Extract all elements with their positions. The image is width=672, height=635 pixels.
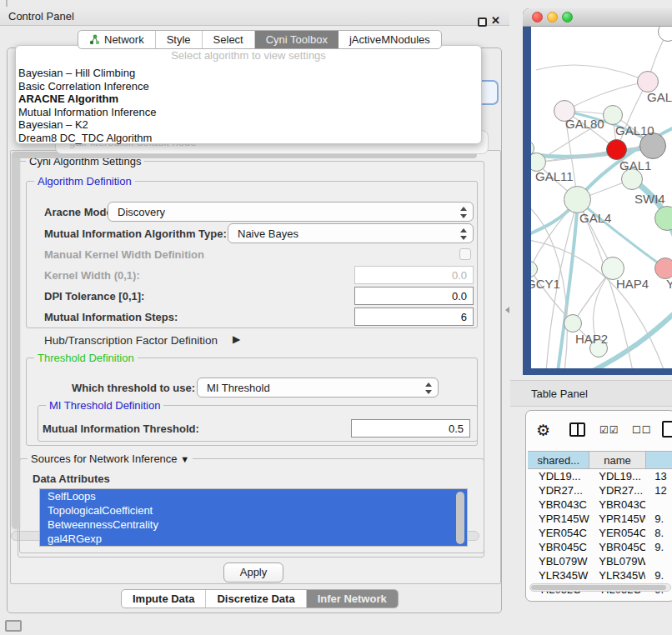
gear-icon[interactable]: ⚙	[536, 421, 550, 440]
table-row[interactable]: YDL19...YDL19...13	[528, 469, 672, 483]
dpi-tolerance-field[interactable]: 0.0	[354, 287, 474, 305]
network-window: GAL GAL80 GAL10 GAL1 GAL11 SWI4 GAL4 GCY…	[523, 8, 672, 375]
tab-infer-network[interactable]: Infer Network	[307, 590, 398, 608]
table-panel-titlebar: Table Panel	[510, 380, 672, 407]
kernel-width-field[interactable]: 0.0	[354, 266, 474, 284]
control-panel-titlebar: Control Panel ✕	[0, 7, 509, 26]
tab-network[interactable]: Network	[78, 31, 156, 48]
mi-threshold-title: MI Threshold Definition	[46, 399, 163, 412]
splitter-collapse-icon[interactable]	[505, 307, 509, 313]
sources-title[interactable]: Sources for Network Inference ▼	[28, 452, 193, 465]
stepper-icon	[459, 207, 467, 218]
dropdown-item[interactable]: Basic Correlation Inference	[18, 80, 149, 92]
node-label: HAP4	[616, 277, 649, 291]
table-row[interactable]: YDR27...YDR27...12	[528, 483, 672, 498]
table-row[interactable]: YBL079WYBL079W	[528, 554, 672, 568]
node-label: SWI4	[634, 192, 665, 206]
list-scrollbar[interactable]	[456, 492, 464, 544]
column-header[interactable]: name	[589, 452, 645, 468]
node-label: HAP2	[575, 332, 608, 346]
table-panel: ⚙ ☑☑ ☐☐ shared... name YDL19...YDL19...1…	[525, 410, 672, 602]
mi-steps-field[interactable]: 6	[354, 308, 474, 326]
close-icon[interactable]: ✕	[491, 14, 500, 27]
settings-vertical-scrollbar[interactable]	[11, 151, 21, 531]
list-item[interactable]: gal4RGexp	[40, 532, 467, 546]
deselect-all-checks-icon[interactable]: ☐☐	[632, 424, 652, 436]
table-row[interactable]: YBR045CYBR045C9.	[528, 540, 672, 554]
dpi-tolerance-label: DPI Tolerance [0,1]:	[44, 290, 144, 302]
table-row[interactable]: YLR345WYLR345W9.	[528, 568, 672, 582]
dropdown-prompt: Select algorithm to view settings	[16, 49, 481, 62]
node-table: shared... name YDL19...YDL19...13 YDR27.…	[528, 451, 672, 597]
dropdown-item-highlighted[interactable]: ARACNE Algorithm	[18, 92, 118, 105]
list-item[interactable]: BetweennessCentrality	[40, 518, 467, 532]
stepper-icon	[459, 228, 467, 240]
node-label: GAL80	[565, 117, 604, 131]
stepper-icon	[424, 382, 432, 394]
tab-select[interactable]: Select	[203, 31, 255, 48]
tab-network-label: Network	[104, 33, 144, 46]
table-toolbar: ⚙ ☑☑ ☐☐	[526, 411, 672, 449]
network-node-selected-red[interactable]	[606, 139, 627, 160]
export-table-icon[interactable]	[662, 421, 672, 438]
cyni-bottom-tabbar: Impute Data Discretize Data Infer Networ…	[121, 589, 399, 608]
window-close-button[interactable]	[532, 12, 543, 22]
network-window-titlebar[interactable]	[523, 8, 672, 27]
mi-threshold-field[interactable]: 0.5	[351, 419, 470, 438]
float-panel-icon[interactable]	[478, 18, 487, 27]
table-row[interactable]: YPR145WYPR145W9.	[528, 512, 672, 526]
network-icon	[89, 34, 100, 45]
aracne-mode-label: Aracne Mode:	[44, 206, 116, 218]
apply-button[interactable]: Apply	[223, 562, 283, 582]
network-node[interactable]	[564, 186, 591, 213]
tab-cyni-toolbox[interactable]: Cyni Toolbox	[255, 31, 339, 48]
aracne-mode-combo[interactable]: Discovery	[108, 202, 474, 222]
window-zoom-button[interactable]	[562, 12, 573, 22]
data-attributes-list: SelfLoops TopologicalCoefficient Between…	[39, 488, 468, 547]
select-all-checks-icon[interactable]: ☑☑	[599, 424, 619, 436]
node-label: Y	[666, 277, 672, 291]
network-node[interactable]	[603, 105, 623, 125]
collapse-icon: ▼	[180, 454, 189, 464]
table-row[interactable]: YBR043CYBR043C	[528, 498, 672, 512]
table-horizontal-scrollbar[interactable]	[529, 583, 671, 592]
tab-style[interactable]: Style	[156, 31, 203, 48]
dropdown-item[interactable]: Dream8 DC_TDC Algorithm	[18, 132, 152, 144]
tab-stub	[6, 0, 8, 7]
kernel-width-label: Kernel Width (0,1):	[44, 269, 140, 282]
dropdown-item[interactable]: Bayesian – Hill Climbing	[18, 67, 135, 79]
which-threshold-label: Which threshold to use:	[72, 382, 195, 394]
tab-discretize-data[interactable]: Discretize Data	[206, 590, 306, 608]
dropdown-item[interactable]: Bayesian – K2	[18, 118, 88, 131]
hub-section-label[interactable]: Hub/Transcription Factor Definition	[44, 334, 218, 347]
minimized-panel-icon[interactable]	[5, 620, 22, 632]
window-minimize-button[interactable]	[547, 12, 558, 22]
which-threshold-combo[interactable]: MI Threshold	[197, 378, 439, 398]
column-header[interactable]: shared...	[528, 452, 589, 468]
hub-expand-icon[interactable]: ▶	[233, 333, 240, 345]
tab-impute-data[interactable]: Impute Data	[122, 590, 206, 608]
table-header-row: shared... name	[528, 451, 672, 469]
node-label: GAL11	[535, 169, 574, 183]
network-node[interactable]	[564, 314, 582, 332]
dropdown-item[interactable]: Mutual Information Inference	[18, 106, 156, 118]
node-label: GAL10	[615, 123, 654, 138]
node-label: GAL1	[619, 158, 651, 172]
control-panel-tabbar: Network Style Select Cyni Toolbox jActiv…	[78, 30, 442, 49]
table-row[interactable]: YER054CYER054C8.	[528, 526, 672, 540]
network-canvas[interactable]: GAL GAL80 GAL10 GAL1 GAL11 SWI4 GAL4 GCY…	[531, 27, 672, 368]
list-item[interactable]: SelfLoops	[40, 489, 467, 503]
columns-icon[interactable]	[569, 422, 585, 437]
manual-kernel-label: Manual Kernel Width Definition	[44, 248, 204, 261]
mi-type-combo[interactable]: Naive Bayes	[228, 223, 474, 243]
node-label: GAL	[647, 90, 672, 104]
list-item[interactable]: TopologicalCoefficient	[40, 503, 467, 518]
mi-type-label: Mutual Information Algorithm Type:	[44, 228, 227, 240]
algorithm-dropdown-popup: Select algorithm to view settings Bayesi…	[15, 45, 482, 144]
column-header[interactable]	[646, 452, 672, 468]
manual-kernel-checkbox[interactable]	[459, 248, 471, 260]
tab-jactivemnodules[interactable]: jActiveMNodules	[339, 31, 441, 48]
mi-threshold-label: Mutual Information Threshold:	[43, 422, 199, 435]
algorithm-definition-title: Algorithm Definition	[34, 175, 135, 188]
panel-title: Control Panel	[8, 10, 74, 22]
